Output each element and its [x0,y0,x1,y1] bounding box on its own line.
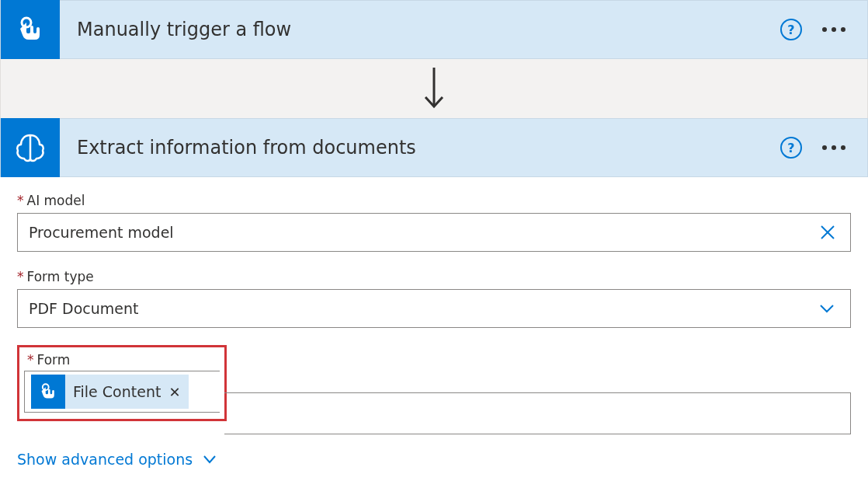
chevron-down-icon[interactable] [814,299,839,318]
form-type-value: PDF Document [29,300,814,317]
form-label: *Form [27,352,220,368]
form-type-field: *Form type PDF Document [17,269,851,328]
form-input-extension[interactable] [224,392,851,434]
chevron-down-icon [202,451,217,467]
form-type-label: *Form type [17,269,851,284]
trigger-title: Manually trigger a flow [60,19,780,40]
trigger-card-header[interactable]: Manually trigger a flow ? [0,0,868,59]
advanced-toggle-label: Show advanced options [17,451,193,468]
form-field-row: *Form File Content ✕ [17,345,851,443]
more-menu-icon[interactable] [822,27,845,32]
arrow-down-icon [422,66,446,111]
file-content-token[interactable]: File Content ✕ [31,375,189,409]
help-icon[interactable]: ? [780,137,802,159]
ai-model-input[interactable]: Procurement model [17,213,851,252]
form-input[interactable]: File Content ✕ [24,371,220,413]
help-icon[interactable]: ? [780,19,802,40]
action-card-header[interactable]: Extract information from documents ? [0,118,868,177]
clear-icon[interactable] [816,224,839,241]
action-icon [1,118,60,177]
trigger-icon [1,0,60,59]
remove-token-icon[interactable]: ✕ [168,384,180,400]
show-advanced-toggle[interactable]: Show advanced options [17,449,217,472]
form-type-select[interactable]: PDF Document [17,289,851,328]
flow-connector [0,59,868,118]
brain-icon [13,131,47,165]
form-field-highlight: *Form File Content ✕ [17,345,227,421]
ai-model-value: Procurement model [29,224,816,241]
touch-icon [31,375,65,409]
touch-icon [15,14,46,45]
action-form: *AI model Procurement model *Form type P… [0,177,868,479]
action-title: Extract information from documents [60,137,780,159]
ai-model-label: *AI model [17,193,851,208]
ai-model-field: *AI model Procurement model [17,193,851,252]
more-menu-icon[interactable] [822,145,845,150]
token-label: File Content [73,383,161,400]
